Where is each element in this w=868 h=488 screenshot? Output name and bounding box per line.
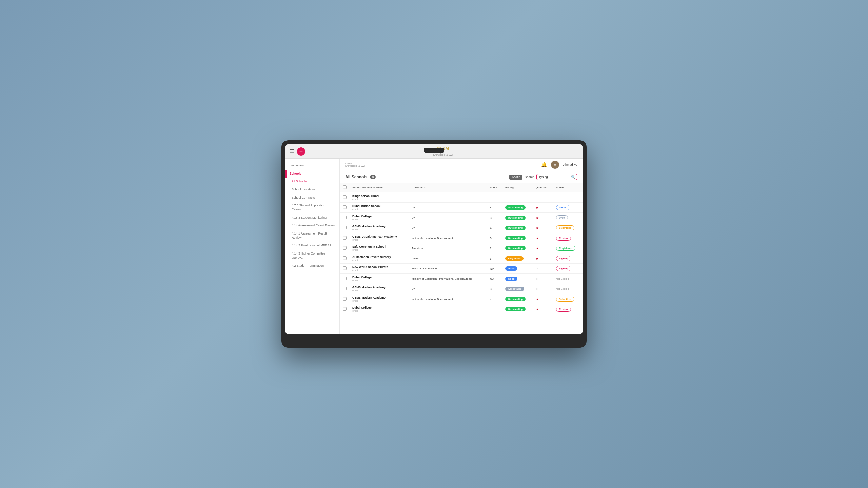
status-badge[interactable]: Signing xyxy=(556,256,572,261)
header-bar: DUBAI Knowledge المعرف 🔔 A Ahmad M. xyxy=(340,159,583,171)
rating-cell: Outstanding xyxy=(502,213,533,223)
status-cell: Invited xyxy=(553,203,583,213)
select-all-checkbox[interactable] xyxy=(343,185,346,189)
bell-icon[interactable]: 🔔 xyxy=(541,162,547,167)
page-title: All Schools xyxy=(345,175,367,179)
rating-cell: Good xyxy=(502,264,533,274)
star-icon: ★ xyxy=(536,246,539,250)
rating-badge: Outstanding xyxy=(505,226,526,230)
row-checkbox[interactable] xyxy=(343,277,346,280)
score-cell: NA xyxy=(487,264,502,274)
qualified-cell: ○ xyxy=(533,264,553,274)
rating-badge: Acceptable xyxy=(505,287,524,291)
rating-badge: Outstanding xyxy=(505,297,526,301)
school-name-cell: Dubai British Schoolemail xyxy=(350,203,409,213)
row-checkbox[interactable] xyxy=(343,195,346,199)
school-name-cell: New World School Privateemail xyxy=(350,264,409,274)
curriculum-cell xyxy=(409,304,487,314)
sidebar-item-473[interactable]: 4.7.3 Student Application Review xyxy=(285,202,339,214)
sidebar-item-414[interactable]: 4.14 Assessment Result Review xyxy=(285,222,339,230)
table-row: New World School PrivateemailMinistry of… xyxy=(340,264,583,274)
search-icon[interactable]: 🔍 xyxy=(571,175,576,179)
star-icon: ★ xyxy=(536,206,539,209)
status-cell: Review xyxy=(553,304,583,314)
circle-icon: ○ xyxy=(536,267,538,270)
table-row: Kings school Dubaiemail xyxy=(340,192,583,203)
add-button[interactable]: + xyxy=(297,147,305,156)
sidebar-item-all-schools[interactable]: All Schools xyxy=(285,178,339,186)
rating-cell: Acceptable xyxy=(502,284,533,294)
sidebar-item-schools[interactable]: Schools xyxy=(285,170,339,178)
status-cell: Review xyxy=(553,233,583,243)
count-badge: 8 xyxy=(370,175,376,179)
row-checkbox[interactable] xyxy=(343,226,346,229)
school-name-cell: Dubai Collegeemail xyxy=(350,304,409,314)
status-badge[interactable]: Review xyxy=(556,236,571,241)
curriculum-cell: UK xyxy=(409,203,487,213)
rating-cell: Outstanding xyxy=(502,294,533,304)
star-icon: ★ xyxy=(536,307,539,311)
star-icon: ★ xyxy=(536,236,539,240)
qualified-cell: ★ xyxy=(533,243,553,253)
row-checkbox[interactable] xyxy=(343,246,346,249)
status-badge[interactable]: Signing xyxy=(556,266,572,271)
school-name-cell: GEMS Modern Academyemail xyxy=(350,284,409,294)
status-badge[interactable]: Review xyxy=(556,307,571,312)
status-cell: Signing xyxy=(553,253,583,264)
row-checkbox[interactable] xyxy=(343,307,346,310)
col-status: Status xyxy=(553,183,583,192)
row-checkbox[interactable] xyxy=(343,205,346,209)
curriculum-cell: American xyxy=(409,243,487,253)
rating-cell: Outstanding xyxy=(502,243,533,253)
sidebar-item-4142[interactable]: 4.14.2 Finalization of MBRSP xyxy=(285,242,339,250)
status-cell xyxy=(553,192,583,203)
hamburger-button[interactable]: ☰ xyxy=(290,148,294,155)
curriculum-cell: UK xyxy=(409,213,487,223)
sidebar-item-42[interactable]: 4.2 Student Termination xyxy=(285,262,339,270)
row-checkbox[interactable] xyxy=(343,236,346,239)
main-content: DUBAI Knowledge المعرف 🔔 A Ahmad M. All … xyxy=(340,159,583,334)
rating-cell: Outstanding xyxy=(502,223,533,233)
row-checkbox[interactable] xyxy=(343,266,346,270)
school-name-cell: Al Bastaeen Private Nurseryemail xyxy=(350,253,409,264)
score-cell xyxy=(487,192,502,203)
sidebar-item-4141[interactable]: 4.14.1 Assessment Result Review xyxy=(285,230,339,242)
row-checkbox[interactable] xyxy=(343,256,346,260)
rating-badge: Very Good xyxy=(505,256,524,261)
status-badge[interactable]: Registered xyxy=(556,246,575,251)
row-checkbox[interactable] xyxy=(343,287,346,290)
status-cell: Registered xyxy=(553,243,583,253)
curriculum-cell: Indian - International Baccalaureate xyxy=(409,294,487,304)
status-cell: Draft xyxy=(553,213,583,223)
status-badge[interactable]: Submitted xyxy=(556,297,575,302)
sidebar-item-school-invitations[interactable]: School Invitations xyxy=(285,186,339,194)
row-checkbox[interactable] xyxy=(343,216,346,219)
status-cell: Submitted xyxy=(553,223,583,233)
schools-table-wrap: School Name and email Curriculum Score R… xyxy=(340,183,583,334)
rating-cell: Outstanding xyxy=(502,203,533,213)
qualified-cell: ★ xyxy=(533,233,553,243)
sidebar-item-4143[interactable]: 4.14.3 Higher Committee approval xyxy=(285,250,339,262)
table-row: Dubai British SchoolemailUK4Outstanding★… xyxy=(340,203,583,213)
curriculum-cell: UK/IB xyxy=(409,253,487,264)
status-badge[interactable]: Submitted xyxy=(556,225,575,230)
qualified-cell: ○ xyxy=(533,274,553,284)
col-name: School Name and email xyxy=(350,183,409,192)
sidebar-item-4183[interactable]: 4.18.3 Student Monitoring xyxy=(285,214,339,222)
table-row: GEMS Modern AcademyemailUK3Acceptable○No… xyxy=(340,284,583,294)
col-score: Score xyxy=(487,183,502,192)
status-badge[interactable]: Draft xyxy=(556,215,568,220)
qualified-cell: ○ xyxy=(533,284,553,294)
score-cell: 3 xyxy=(487,253,502,264)
school-name-cell: Safa Community Schoolemail xyxy=(350,243,409,253)
sidebar-item-school-contracts[interactable]: School Contracts xyxy=(285,194,339,202)
status-badge[interactable]: Invited xyxy=(556,205,570,210)
row-checkbox[interactable] xyxy=(343,297,346,300)
qualified-cell: ★ xyxy=(533,294,553,304)
sidebar-item-dashboard[interactable]: Dashboard xyxy=(285,161,339,169)
invite-button[interactable]: INVITE xyxy=(509,175,523,180)
content-header: All Schools 8 INVITE Search 🔍 xyxy=(340,171,583,183)
status-cell: Not Eligible xyxy=(553,284,583,294)
curriculum-cell: Ministry of Education - International Ba… xyxy=(409,274,487,284)
qualified-cell: ★ xyxy=(533,253,553,264)
